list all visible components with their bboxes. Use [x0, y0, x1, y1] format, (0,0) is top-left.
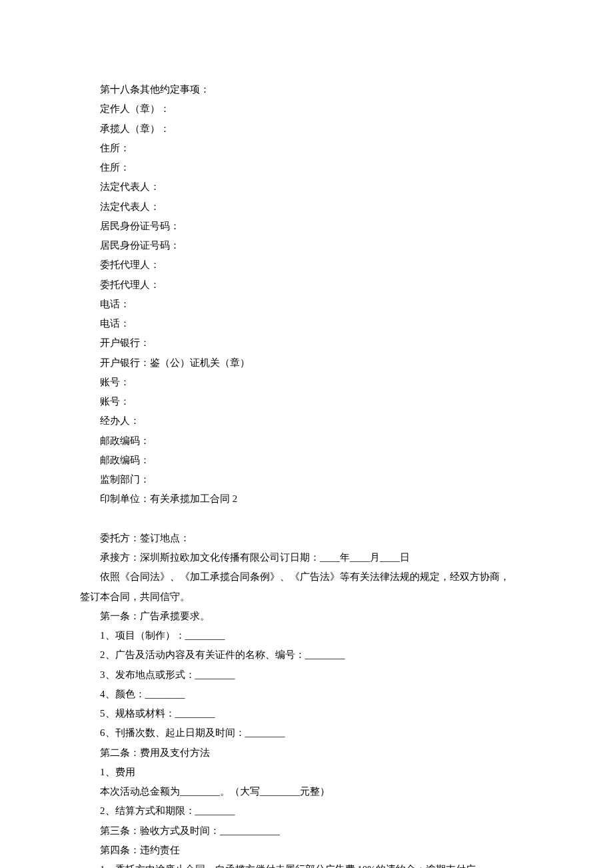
contract-line: 第一条：广告承揽要求。	[80, 607, 533, 626]
contract-line: 3、发布地点或形式：________	[80, 665, 533, 685]
contract-line: 开户银行：鉴（公）证机关（章）	[80, 353, 533, 373]
contract-line: 2、广告及活动内容及有关证件的名称、编号：________	[80, 645, 533, 665]
contract-line: 2、结算方式和期限：________	[80, 801, 533, 821]
contract-line: 定作人（章）：	[80, 99, 533, 119]
contract-line-wrapped: 签订本合同，共同信守。	[80, 587, 533, 607]
contract-line: 第四条：违约责任	[80, 841, 533, 860]
contract-line: 开户银行：	[80, 333, 533, 353]
contract-line: 委托方：签订地点：	[80, 529, 533, 548]
contract-line: 居民身份证号码：	[80, 236, 533, 255]
contract-line: 1、费用	[80, 763, 533, 782]
contract-line: 1、项目（制作）：________	[80, 626, 533, 645]
paragraph-gap	[80, 509, 533, 529]
contract-line: 电话：	[80, 295, 533, 314]
contract-line: 依照《合同法》、《加工承揽合同条例》、《广告法》等有关法律法规的规定，经双方协商…	[80, 567, 533, 587]
contract-line: 经办人：	[80, 411, 533, 431]
contract-line: 住所：	[80, 158, 533, 177]
contract-line: 邮政编码：	[80, 431, 533, 451]
contract-line: 监制部门：	[80, 470, 533, 489]
contract-line: 第二条：费用及支付方法	[80, 743, 533, 763]
contract-line: 第三条：验收方式及时间：____________	[80, 821, 533, 841]
contract-line: 第十八条其他约定事项：	[80, 80, 533, 99]
contract-line: 承揽人（章）：	[80, 119, 533, 139]
contract-line: 邮政编码：	[80, 451, 533, 470]
contract-line: 印制单位：有关承揽加工合同 2	[80, 489, 533, 509]
contract-line: 1、委托方中途废止合同，向承揽方偿付未履行部分广告费 10%的违约金；逾期支付广	[80, 860, 533, 868]
contract-line: 法定代表人：	[80, 197, 533, 217]
contract-line: 法定代表人：	[80, 177, 533, 197]
contract-line: 居民身份证号码：	[80, 217, 533, 236]
contract-line: 5、规格或材料：________	[80, 704, 533, 723]
contract-line: 委托代理人：	[80, 255, 533, 275]
contract-line: 账号：	[80, 373, 533, 392]
contract-line: 承接方：深圳斯拉欧加文化传播有限公司订日期：____年____月____日	[80, 548, 533, 567]
contract-line: 6、刊播次数、起止日期及时间：________	[80, 723, 533, 743]
contract-line: 住所：	[80, 139, 533, 158]
contract-line: 4、颜色：________	[80, 685, 533, 704]
contract-line: 委托代理人：	[80, 275, 533, 295]
contract-line: 电话：	[80, 314, 533, 333]
contract-line: 账号：	[80, 392, 533, 411]
contract-line: 本次活动总金额为________。（大写________元整）	[80, 782, 533, 801]
